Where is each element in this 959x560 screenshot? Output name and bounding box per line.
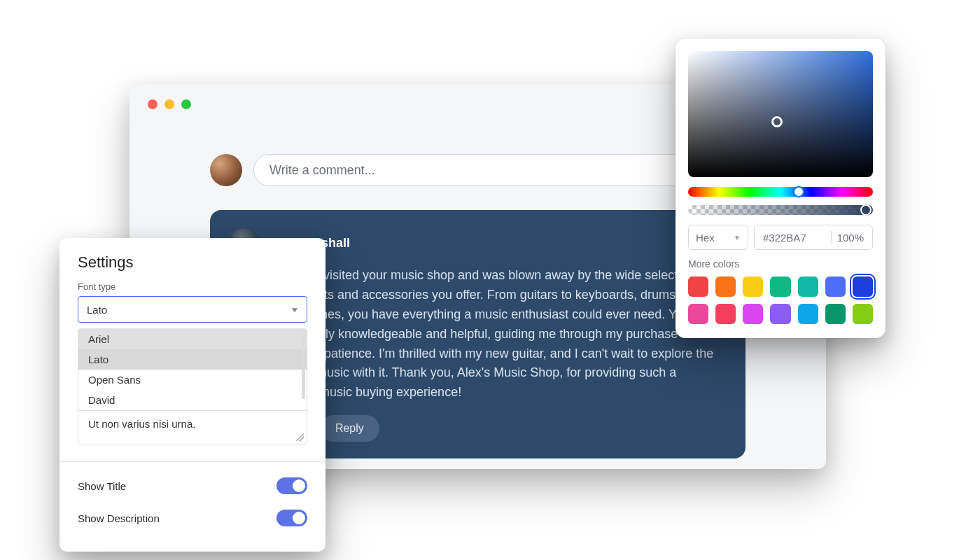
scrollbar[interactable] (302, 333, 305, 399)
settings-title: Settings (59, 253, 326, 281)
close-window-icon[interactable] (148, 99, 158, 109)
color-swatch-13[interactable] (853, 304, 873, 324)
font-type-label: Font type (59, 281, 326, 296)
settings-panel: Settings Font type Lato ▼ Ariel Lato Ope… (59, 238, 326, 552)
hue-handle[interactable] (793, 186, 804, 197)
show-title-toggle[interactable] (276, 477, 307, 494)
minimize-window-icon[interactable] (164, 99, 174, 109)
hue-slider[interactable] (688, 187, 873, 197)
hex-value-text: #322BA7 (763, 232, 825, 244)
font-select-value: Lato (87, 304, 107, 316)
show-title-row: Show Title (59, 468, 326, 500)
more-colors-label: More colors (688, 258, 873, 270)
color-swatch-5[interactable] (825, 276, 846, 297)
color-swatch-11[interactable] (798, 304, 818, 324)
font-dropdown: Ariel Lato Open Sans David Ut non varius… (78, 328, 307, 444)
color-swatch-7[interactable] (688, 304, 708, 324)
maximize-window-icon[interactable] (181, 99, 191, 109)
color-swatch-2[interactable] (743, 276, 763, 297)
swatch-grid (688, 276, 873, 324)
show-description-toggle[interactable] (276, 510, 307, 526)
input-separator (831, 231, 832, 244)
reply-button[interactable]: Reply (320, 415, 379, 442)
color-swatch-12[interactable] (825, 304, 846, 324)
alpha-handle[interactable] (860, 204, 872, 216)
color-swatch-4[interactable] (798, 276, 818, 297)
gradient-handle[interactable] (771, 116, 783, 127)
alpha-percent-text: 100% (837, 232, 864, 244)
chevron-down-icon: ▼ (734, 234, 741, 241)
settings-divider (59, 461, 326, 462)
font-option-david[interactable]: David (78, 390, 307, 410)
color-swatch-6[interactable] (853, 276, 873, 297)
color-format-select[interactable]: Hex ▼ (688, 225, 748, 250)
color-swatch-1[interactable] (715, 276, 736, 297)
show-description-row: Show Description (59, 500, 326, 532)
show-title-label: Show Title (78, 480, 126, 492)
textarea-preview[interactable]: Ut non varius nisi urna. (78, 410, 307, 444)
font-option-open-sans[interactable]: Open Sans (78, 370, 307, 390)
color-swatch-9[interactable] (743, 304, 763, 324)
comment-composer-row (210, 154, 746, 186)
resize-handle-icon[interactable] (295, 433, 304, 441)
comment-body: I recently visited your music shop and w… (269, 266, 726, 402)
comment-actions: es Reply (269, 415, 726, 442)
hex-input[interactable]: #322BA7 100% (754, 225, 873, 250)
font-option-ariel[interactable]: Ariel (78, 329, 307, 349)
color-picker-panel: Hex ▼ #322BA7 100% More colors (676, 38, 886, 338)
show-description-label: Show Description (78, 512, 160, 524)
color-format-value: Hex (696, 232, 715, 244)
color-input-row: Hex ▼ #322BA7 100% (688, 225, 873, 250)
textarea-preview-text: Ut non varius nisi urna. (88, 418, 195, 430)
color-gradient-area[interactable] (688, 51, 873, 177)
alpha-slider[interactable] (688, 205, 873, 215)
color-swatch-3[interactable] (770, 276, 790, 297)
color-swatch-8[interactable] (715, 304, 736, 324)
font-select[interactable]: Lato ▼ (78, 296, 307, 323)
comment-input[interactable] (253, 154, 746, 186)
color-swatch-10[interactable] (770, 304, 790, 324)
chevron-down-icon: ▼ (290, 306, 300, 314)
window-traffic-lights (148, 99, 191, 109)
font-option-lato[interactable]: Lato (78, 349, 307, 370)
current-user-avatar (210, 154, 242, 186)
color-swatch-0[interactable] (688, 276, 708, 297)
